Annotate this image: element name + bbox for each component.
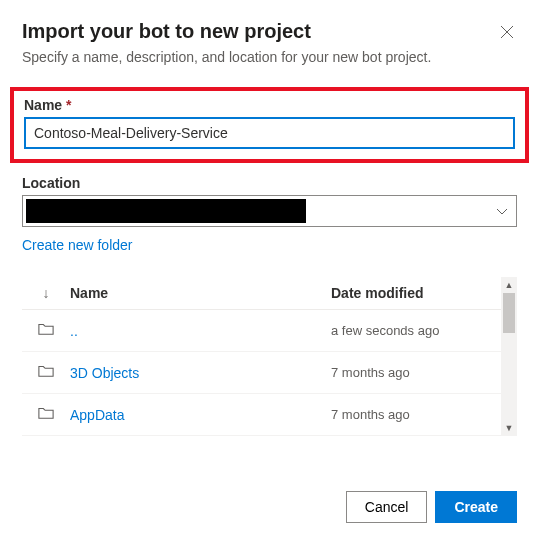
folder-icon	[22, 406, 70, 423]
folder-icon	[22, 322, 70, 339]
name-input[interactable]	[24, 117, 515, 149]
column-header-date[interactable]: Date modified	[331, 285, 501, 301]
chevron-down-icon	[496, 203, 508, 219]
row-name[interactable]: ..	[70, 323, 331, 339]
sort-indicator[interactable]: ↓	[22, 285, 70, 301]
row-date: a few seconds ago	[331, 323, 501, 338]
row-name[interactable]: AppData	[70, 407, 331, 423]
location-label: Location	[22, 175, 517, 191]
dialog-footer: Cancel Create	[346, 491, 517, 523]
name-label: Name	[24, 97, 62, 113]
file-browser: ↓ Name Date modified .. a few seconds ag…	[22, 277, 517, 436]
scrollbar[interactable]: ▲ ▼	[501, 277, 517, 436]
table-row[interactable]: .. a few seconds ago	[22, 310, 501, 352]
table-row[interactable]: 3D Objects 7 months ago	[22, 352, 501, 394]
name-field-highlight: Name *	[10, 87, 529, 163]
import-dialog: Import your bot to new project Specify a…	[0, 0, 539, 436]
create-button[interactable]: Create	[435, 491, 517, 523]
scroll-down-arrow[interactable]: ▼	[501, 420, 517, 436]
location-dropdown[interactable]	[22, 195, 517, 227]
close-icon	[500, 25, 514, 39]
row-date: 7 months ago	[331, 365, 501, 380]
scroll-thumb[interactable]	[503, 293, 515, 333]
required-indicator: *	[66, 97, 71, 113]
scroll-up-arrow[interactable]: ▲	[501, 277, 517, 293]
close-button[interactable]	[497, 22, 517, 42]
create-folder-link[interactable]: Create new folder	[22, 237, 133, 253]
header-row: Import your bot to new project	[22, 20, 517, 49]
list-header: ↓ Name Date modified	[22, 277, 501, 310]
dialog-subtitle: Specify a name, description, and locatio…	[22, 49, 517, 65]
file-list: ↓ Name Date modified .. a few seconds ag…	[22, 277, 501, 436]
row-name[interactable]: 3D Objects	[70, 365, 331, 381]
folder-icon	[22, 364, 70, 381]
column-header-name[interactable]: Name	[70, 285, 331, 301]
cancel-button[interactable]: Cancel	[346, 491, 428, 523]
row-date: 7 months ago	[331, 407, 501, 422]
name-label-row: Name *	[24, 97, 515, 113]
dialog-title: Import your bot to new project	[22, 20, 311, 43]
location-value-redacted	[26, 199, 306, 223]
table-row[interactable]: AppData 7 months ago	[22, 394, 501, 436]
